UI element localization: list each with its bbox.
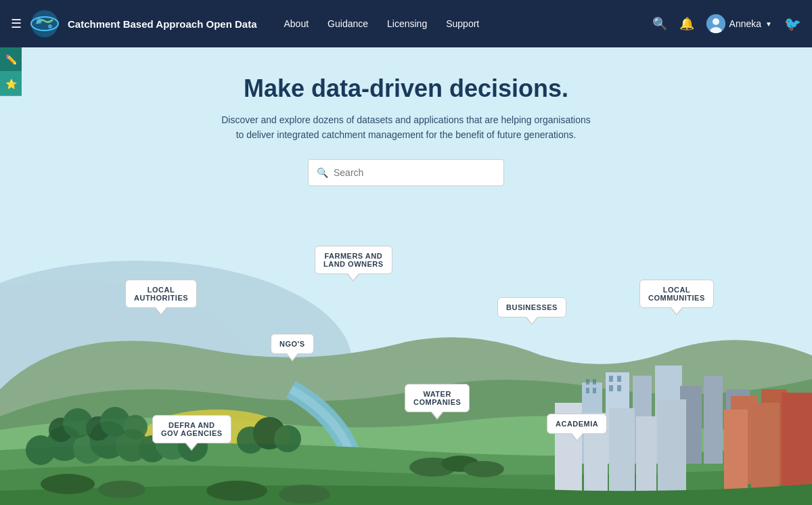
username: Anneka xyxy=(729,18,761,29)
svg-point-23 xyxy=(123,415,148,439)
svg-rect-36 xyxy=(609,408,635,498)
bubble-farmers[interactable]: FARMERS ANDLAND OWNERS xyxy=(315,246,392,274)
bubble-local-communities[interactable]: LOCALCOMMUNITIES xyxy=(639,280,714,308)
sidebar-tools: ✏️ ⭐ xyxy=(0,47,22,96)
svg-point-26 xyxy=(274,425,301,452)
landscape: FARMERS ANDLAND OWNERS LOCALAUTHORITIES … xyxy=(0,200,812,505)
svg-point-0 xyxy=(31,10,58,37)
svg-rect-49 xyxy=(617,376,621,382)
svg-point-55 xyxy=(41,474,95,494)
navbar: ☰ Catchment Based Approach Open Data Abo… xyxy=(0,0,812,47)
chevron-down-icon: ▼ xyxy=(765,20,772,28)
user-menu[interactable]: Anneka ▼ xyxy=(706,14,772,33)
search-input[interactable] xyxy=(334,167,495,178)
svg-rect-46 xyxy=(586,388,589,393)
search-nav-icon[interactable]: 🔍 xyxy=(652,16,667,31)
bubble-ngos[interactable]: NGO'S xyxy=(271,334,314,354)
svg-rect-42 xyxy=(751,403,780,491)
svg-rect-38 xyxy=(658,399,686,498)
svg-rect-37 xyxy=(636,416,656,498)
hero-section: Make data-driven decisions. Discover and… xyxy=(0,47,812,200)
svg-rect-50 xyxy=(609,385,613,391)
search-container: 🔍 xyxy=(0,159,812,186)
nav-about[interactable]: About xyxy=(284,18,309,29)
site-logo xyxy=(30,9,60,39)
search-icon: 🔍 xyxy=(317,167,328,178)
nav-licensing[interactable]: Licensing xyxy=(387,18,427,29)
svg-rect-45 xyxy=(593,379,596,385)
svg-point-58 xyxy=(279,485,330,504)
edit-tool[interactable]: ✏️ xyxy=(0,47,22,72)
nav-support[interactable]: Support xyxy=(446,18,479,29)
svg-point-56 xyxy=(98,481,145,498)
bubble-water-companies[interactable]: WATERCOMPANIES xyxy=(405,384,470,412)
svg-point-57 xyxy=(206,481,267,501)
bubble-defra[interactable]: DEFRA ANDGOV AGENCIES xyxy=(152,415,231,443)
svg-point-5 xyxy=(713,18,719,25)
svg-rect-43 xyxy=(782,393,812,491)
svg-rect-47 xyxy=(593,388,596,393)
landscape-svg xyxy=(0,200,812,505)
svg-rect-41 xyxy=(724,410,748,491)
bubble-businesses[interactable]: BUSINESSES xyxy=(497,297,566,317)
svg-rect-51 xyxy=(617,385,621,391)
svg-point-3 xyxy=(48,24,52,28)
bookmark-tool[interactable]: ⭐ xyxy=(0,72,22,96)
svg-point-2 xyxy=(37,18,42,24)
bubble-academia[interactable]: ACADEMIA xyxy=(547,414,607,434)
hero-subtitle: Discover and explore dozens of datasets … xyxy=(217,112,595,143)
nav-links: About Guidance Licensing Support xyxy=(284,18,652,29)
hero-title: Make data-driven decisions. xyxy=(0,74,812,103)
search-box[interactable]: 🔍 xyxy=(308,159,504,186)
svg-point-54 xyxy=(464,461,504,477)
avatar xyxy=(706,14,725,33)
bell-icon[interactable]: 🔔 xyxy=(679,16,694,31)
bubble-local-authorities[interactable]: LOCALAUTHORITIES xyxy=(125,280,197,308)
site-title: Catchment Based Approach Open Data xyxy=(68,18,257,30)
navbar-right: 🔍 🔔 Anneka ▼ 🐦 xyxy=(652,14,801,33)
svg-rect-32 xyxy=(704,376,723,464)
svg-rect-44 xyxy=(586,379,589,385)
twitter-icon[interactable]: 🐦 xyxy=(784,16,801,32)
menu-icon[interactable]: ☰ xyxy=(11,16,22,31)
svg-rect-48 xyxy=(609,376,613,382)
nav-guidance[interactable]: Guidance xyxy=(328,18,368,29)
